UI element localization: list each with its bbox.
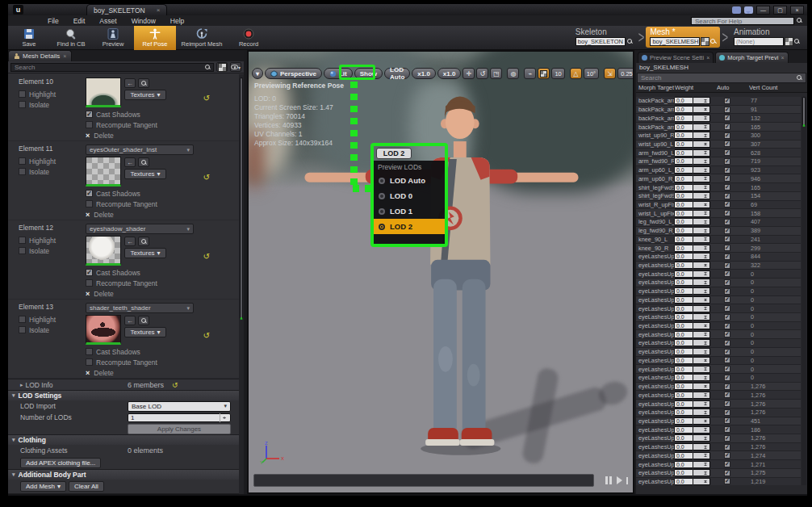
find-in-cb-button[interactable]: Find in CB: [50, 26, 92, 50]
surface-snap-icon[interactable]: ⌁: [524, 68, 536, 79]
material-thumbnail[interactable]: [86, 157, 121, 186]
skeleton-asset-picker[interactable]: boy_SKELETON: [576, 37, 626, 46]
morph-target-row[interactable]: arm_up60_R_cb 0.0 946: [636, 174, 801, 183]
weight-spinner-icon[interactable]: [693, 383, 710, 390]
auto-checkbox[interactable]: [724, 219, 730, 225]
weight-input[interactable]: 0.0: [674, 383, 693, 390]
weight-input[interactable]: 0.0: [674, 357, 693, 364]
auto-checkbox[interactable]: [724, 175, 730, 182]
reset-to-default-icon[interactable]: ↺: [203, 173, 210, 182]
morph-target-row[interactable]: eyeLashesUpper 0.0 0: [636, 357, 801, 366]
weight-spinner-icon[interactable]: [693, 331, 710, 338]
recompute-tangent-checkbox[interactable]: Recompute Tangent: [86, 357, 236, 367]
timeline-scrubber[interactable]: [253, 474, 594, 487]
morph-target-row[interactable]: arm_fwd90_R_cb 0.0 719: [636, 157, 801, 166]
weight-spinner-icon[interactable]: [693, 357, 710, 364]
morph-target-row[interactable]: backPack_armF 0.0 165: [636, 123, 801, 132]
auto-checkbox[interactable]: [724, 245, 730, 251]
morph-target-row[interactable]: arm_fwd90_L_cb 0.0 628: [636, 149, 801, 157]
textures-button[interactable]: Textures▾: [124, 169, 166, 179]
morph-target-row[interactable]: eyeLashesUpper 0.0 0: [636, 322, 801, 331]
add-mesh-button[interactable]: Add Mesh▾: [20, 481, 66, 492]
weight-spinner-icon[interactable]: [693, 305, 710, 312]
morph-target-row[interactable]: eyeLashesUpper 0.0 1,276: [636, 434, 801, 443]
auto-checkbox[interactable]: [724, 331, 730, 337]
morph-target-row[interactable]: eyeLashesUpper 0.0 0: [636, 330, 801, 339]
menu-item[interactable]: Asset: [92, 17, 123, 25]
scale-tool-icon[interactable]: ◳: [490, 68, 502, 79]
number-of-lods-input[interactable]: 1: [128, 413, 231, 422]
auto-checkbox[interactable]: [724, 417, 730, 424]
lod-import-select[interactable]: Base LOD▾: [128, 401, 231, 412]
weight-input[interactable]: 0.0: [674, 192, 693, 199]
delete-element-button[interactable]: ×Delete: [86, 209, 236, 220]
rotation-snap-icon[interactable]: △: [570, 68, 582, 79]
weight-spinner-icon[interactable]: [693, 296, 710, 304]
morph-target-row[interactable]: eyeLashesUpper 0.0 844: [636, 253, 801, 262]
lod-current-chip[interactable]: LOD 2: [376, 148, 412, 159]
material-thumbnail[interactable]: [86, 236, 121, 266]
morph-target-row[interactable]: knee_90_L 0.0 241: [636, 236, 801, 245]
use-selected-asset-icon[interactable]: ←: [124, 316, 136, 325]
weight-spinner-icon[interactable]: [693, 452, 710, 459]
display-filter-button[interactable]: [216, 62, 228, 72]
menu-item[interactable]: Help: [163, 17, 191, 25]
morph-target-row[interactable]: eyeLashesUpper 0.0 0: [636, 270, 801, 279]
details-search-input[interactable]: Search: [10, 63, 214, 72]
morph-target-row[interactable]: knee_90_R 0.0 299: [636, 244, 801, 253]
morph-target-row[interactable]: backPack_armU 0.0 91: [636, 106, 801, 115]
morph-target-row[interactable]: eyeLashesUpper 0.0 1,276: [636, 383, 801, 392]
fov-button[interactable]: x1.0: [437, 68, 462, 79]
viewport-options-button[interactable]: ▾: [252, 68, 263, 79]
asset-grid-icon[interactable]: [785, 38, 793, 45]
weight-input[interactable]: 0.0: [674, 478, 693, 485]
morph-target-row[interactable]: eyeLashesUpper 0.0 0: [636, 296, 801, 305]
view-options-button[interactable]: ▾: [230, 62, 241, 72]
weight-spinner-icon[interactable]: [693, 192, 710, 199]
browse-skeleton-icon[interactable]: [627, 39, 633, 44]
weight-input[interactable]: 0.0: [674, 374, 693, 381]
weight-input[interactable]: 0.0: [674, 452, 693, 459]
auto-checkbox[interactable]: [724, 193, 730, 199]
reset-to-default-icon[interactable]: ↺: [203, 94, 210, 103]
morph-target-row[interactable]: backPack_armU 0.0 77: [636, 97, 801, 106]
morph-target-row[interactable]: eyeLashesUpper 0.0 0: [636, 287, 801, 296]
auto-checkbox[interactable]: [724, 236, 730, 242]
auto-checkbox[interactable]: [724, 270, 730, 277]
material-select[interactable]: shader_teeth_shader▾: [86, 303, 194, 313]
step-forward-icon[interactable]: [617, 476, 629, 484]
weight-input[interactable]: 0.0: [674, 469, 693, 476]
morph-target-row[interactable]: eyeLashesUpper 0.0 1,276: [636, 443, 801, 452]
weight-spinner-icon[interactable]: [693, 417, 710, 425]
auto-checkbox[interactable]: [724, 435, 730, 442]
weight-spinner-icon[interactable]: [693, 115, 710, 122]
auto-checkbox[interactable]: [724, 375, 730, 381]
weight-spinner-icon[interactable]: [693, 426, 710, 434]
weight-spinner-icon[interactable]: [693, 262, 710, 269]
weight-input[interactable]: 0.0: [674, 461, 693, 468]
morph-target-row[interactable]: shirt_legFwd90_ 0.0 154: [636, 192, 801, 201]
weight-spinner-icon[interactable]: [693, 236, 710, 243]
auto-checkbox[interactable]: [724, 452, 730, 459]
weight-input[interactable]: 0.0: [674, 305, 693, 312]
weight-spinner-icon[interactable]: [693, 392, 710, 399]
weight-spinner-icon[interactable]: [693, 227, 710, 234]
delete-element-button[interactable]: ×Delete: [86, 288, 236, 299]
weight-spinner-icon[interactable]: [693, 400, 710, 408]
asset-grid-icon[interactable]: [701, 38, 709, 45]
auto-checkbox[interactable]: [724, 107, 730, 113]
weight-spinner-icon[interactable]: [693, 469, 710, 476]
morph-target-row[interactable]: eyeLashesUpper 0.0 0: [636, 365, 801, 374]
record-button[interactable]: Record: [228, 26, 270, 50]
highlight-checkbox[interactable]: Highlight: [19, 235, 86, 245]
weight-spinner-icon[interactable]: [693, 434, 710, 442]
morph-target-row[interactable]: shirt_legFwd90_ 0.0 165: [636, 183, 801, 192]
weight-input[interactable]: 0.0: [674, 270, 693, 278]
category-clothing[interactable]: ▾Clothing: [8, 434, 239, 445]
auto-checkbox[interactable]: [724, 98, 730, 104]
weight-spinner-icon[interactable]: [693, 313, 710, 321]
delete-element-button[interactable]: ×Delete: [86, 367, 236, 378]
breadcrumb-mesh[interactable]: Mesh * boy_SKELMESH: [646, 27, 720, 48]
morph-target-row[interactable]: eyeLashesUpper 0.0 322: [636, 262, 801, 270]
morph-target-row[interactable]: eyeLashesUpper 0.0 1,276: [636, 400, 801, 409]
